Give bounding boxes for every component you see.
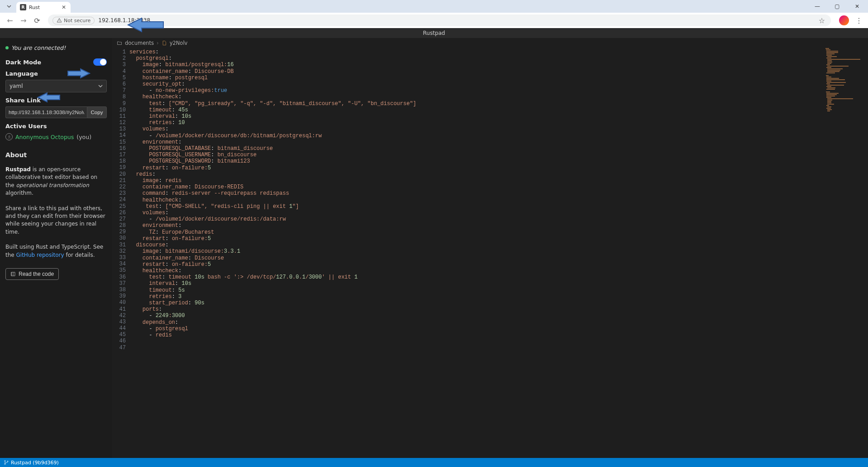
read-code-button[interactable]: Read the code	[5, 268, 59, 280]
folder-icon	[117, 40, 122, 46]
active-users-label: Active Users	[5, 123, 107, 130]
about-heading: About	[5, 151, 107, 159]
code-editor[interactable]: 1234567891011121314151617181920212223242…	[112, 48, 868, 458]
user-name: Anonymous Octopus	[15, 134, 74, 140]
status-dot-icon	[5, 46, 9, 49]
svg-rect-1	[59, 20, 60, 21]
about-paragraph-2: Share a link to this pad with others, an…	[5, 205, 107, 236]
book-icon	[10, 271, 16, 277]
line-gutter: 1234567891011121314151617181920212223242…	[112, 48, 129, 458]
nav-reload-button[interactable]: ⟳	[32, 15, 43, 26]
connection-status-text: You are connected!	[11, 44, 66, 51]
tab-title: Rust	[29, 5, 58, 10]
security-chip[interactable]: Not secure	[52, 17, 95, 24]
editor: documents › y2Nolv 123456789101112131415…	[112, 38, 868, 458]
file-icon	[162, 40, 167, 46]
favicon-icon	[20, 4, 26, 10]
svg-point-0	[59, 21, 60, 22]
browser-menu-button[interactable]: ⋮	[854, 16, 863, 25]
git-branch-icon	[4, 460, 9, 465]
svg-point-3	[5, 461, 5, 462]
about-paragraph-3: Built using Rust and TypeScript. See the…	[5, 243, 107, 259]
svg-point-4	[5, 464, 5, 465]
breadcrumb-folder[interactable]: documents	[125, 40, 154, 46]
svg-point-5	[7, 461, 8, 462]
window-close-button[interactable]: ✕	[847, 0, 867, 13]
annotation-arrow-toggle	[67, 68, 94, 79]
chevron-right-icon: ›	[157, 40, 159, 46]
language-select[interactable]: yaml	[5, 80, 107, 92]
user-icon	[5, 133, 13, 140]
nav-forward-button[interactable]: →	[18, 15, 29, 26]
svg-point-2	[9, 135, 10, 137]
security-label: Not secure	[64, 18, 91, 24]
profile-avatar[interactable]	[839, 15, 849, 25]
tab-search-button[interactable]	[5, 2, 14, 11]
breadcrumb: documents › y2Nolv	[112, 38, 868, 48]
connection-status: You are connected!	[5, 44, 107, 51]
code-content[interactable]: services: postgresql: image: bitnami/pos…	[129, 48, 868, 458]
status-bar: Rustpad (9b9d369)	[0, 458, 868, 467]
app-title: Rustpad	[423, 30, 445, 36]
minimap[interactable]	[825, 48, 866, 458]
share-link-input[interactable]	[5, 106, 87, 118]
breadcrumb-file[interactable]: y2Nolv	[170, 40, 188, 46]
user-row: Anonymous Octopus (you)	[5, 133, 107, 140]
browser-tab[interactable]: Rust ✕	[16, 2, 71, 13]
status-bar-branch[interactable]: Rustpad (9b9d369)	[4, 460, 59, 466]
window-maximize-button[interactable]: ▢	[827, 0, 847, 13]
dark-mode-toggle[interactable]	[93, 58, 107, 66]
bookmark-button[interactable]: ☆	[817, 16, 826, 25]
close-tab-button[interactable]: ✕	[61, 4, 67, 10]
warning-icon	[57, 18, 62, 23]
browser-tab-strip: Rust ✕ — ▢ ✕	[0, 0, 868, 13]
window-minimize-button[interactable]: —	[807, 0, 827, 13]
copy-button[interactable]: Copy	[87, 106, 107, 118]
read-code-label: Read the code	[19, 271, 54, 277]
status-bar-text: Rustpad (9b9d369)	[11, 460, 59, 466]
language-selected-value: yaml	[10, 83, 23, 89]
github-link[interactable]: GitHub repository	[16, 252, 64, 258]
user-you-label: (you)	[76, 134, 91, 140]
dark-mode-label: Dark Mode	[5, 59, 41, 66]
nav-back-button[interactable]: ←	[5, 15, 15, 26]
address-bar[interactable]: Not secure 192.168.1.18:3038 ☆	[48, 14, 831, 26]
annotation-arrow-language	[33, 92, 61, 103]
chevron-down-icon	[98, 84, 103, 88]
annotation-arrow-url	[124, 14, 164, 36]
about-paragraph-1: Rustpad is an open-source collaborative …	[5, 166, 107, 197]
